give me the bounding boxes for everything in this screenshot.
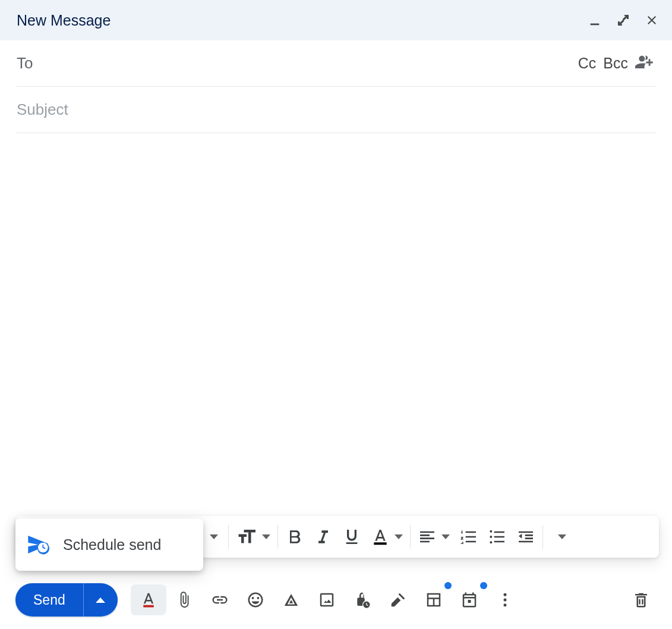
numbered-list-button[interactable] — [455, 523, 483, 551]
minimize-button[interactable] — [588, 13, 602, 27]
svg-rect-0 — [591, 24, 600, 26]
compose-header: New Message — [0, 0, 672, 40]
text-style-group — [280, 523, 408, 551]
compose-bottom-bar: Send — [0, 571, 672, 629]
chevron-down-icon — [441, 534, 450, 539]
select-contacts-button[interactable] — [635, 52, 655, 75]
underline-icon — [342, 527, 361, 546]
set-up-meeting-button[interactable] — [452, 584, 487, 615]
outdent-icon — [516, 527, 535, 546]
subject-row — [17, 87, 655, 133]
underline-button[interactable] — [337, 523, 366, 551]
attach-files-button[interactable] — [166, 584, 202, 615]
chevron-down-icon — [262, 534, 270, 539]
insert-link-button[interactable] — [202, 584, 238, 615]
text-format-icon — [140, 591, 157, 609]
chevron-down-icon — [558, 534, 566, 539]
window-controls — [588, 13, 659, 27]
more-options-icon — [496, 591, 514, 609]
svg-rect-1 — [374, 542, 386, 545]
bold-icon — [285, 527, 304, 546]
discard-draft-icon — [632, 591, 650, 609]
text-color-button[interactable] — [366, 523, 408, 551]
expand-button[interactable] — [616, 13, 630, 27]
attachment-icon — [175, 591, 193, 609]
text-color-icon — [371, 527, 390, 546]
outdent-button[interactable] — [512, 523, 540, 551]
notification-dot — [480, 582, 487, 589]
subject-input[interactable] — [17, 100, 655, 119]
svg-point-4 — [503, 599, 506, 602]
close-button[interactable] — [645, 13, 659, 27]
chevron-down-icon — [395, 534, 403, 539]
select-layout-button[interactable] — [416, 584, 452, 615]
drive-icon — [282, 591, 300, 609]
schedule-send-option[interactable]: Schedule send — [15, 518, 203, 571]
numbered-list-icon — [459, 527, 478, 546]
insert-signature-button[interactable] — [380, 584, 416, 615]
compose-fields: To Cc Bcc — [0, 40, 672, 133]
align-button[interactable] — [413, 523, 455, 551]
chevron-up-icon — [96, 597, 105, 603]
signature-icon — [389, 591, 407, 609]
insert-emoji-button[interactable] — [238, 584, 273, 615]
expand-icon — [616, 12, 630, 28]
bulleted-list-button[interactable] — [483, 523, 512, 551]
toggle-confidential-button[interactable] — [345, 584, 380, 615]
schedule-send-icon — [26, 533, 50, 556]
chevron-down-icon — [210, 534, 218, 539]
bottom-tools — [131, 584, 523, 615]
insert-drive-button[interactable] — [273, 584, 309, 615]
bulleted-list-icon — [488, 527, 507, 546]
schedule-send-label: Schedule send — [63, 536, 161, 553]
to-row[interactable]: To Cc Bcc — [17, 40, 655, 87]
confidential-mode-icon — [354, 591, 371, 609]
svg-rect-2 — [143, 605, 154, 608]
font-size-icon — [236, 526, 257, 548]
bold-button[interactable] — [280, 523, 309, 551]
link-icon — [211, 591, 229, 609]
send-button[interactable]: Send — [15, 583, 83, 617]
svg-point-5 — [503, 603, 506, 606]
calendar-icon — [460, 591, 478, 609]
add-contacts-icon — [635, 52, 655, 73]
cc-button[interactable]: Cc — [578, 55, 597, 72]
formatting-options-button[interactable] — [131, 584, 166, 615]
italic-button[interactable] — [309, 523, 337, 551]
emoji-icon — [247, 591, 264, 609]
compose-title: New Message — [17, 12, 111, 29]
select-layout-icon — [425, 591, 443, 609]
more-options-button[interactable] — [487, 584, 523, 615]
font-size-button[interactable] — [231, 523, 275, 551]
more-send-options-button[interactable] — [83, 583, 118, 617]
to-label: To — [17, 54, 33, 73]
align-icon — [418, 527, 437, 546]
minimize-icon — [588, 14, 601, 27]
notification-dot — [444, 582, 452, 589]
close-icon — [645, 12, 659, 28]
send-button-group: Send — [15, 583, 118, 617]
svg-point-3 — [503, 593, 506, 596]
bcc-button[interactable]: Bcc — [603, 55, 628, 72]
italic-icon — [314, 527, 333, 546]
insert-photo-button[interactable] — [309, 584, 345, 615]
discard-draft-button[interactable] — [623, 584, 659, 615]
paragraph-group — [413, 523, 540, 551]
more-formatting-button[interactable] — [545, 523, 574, 551]
image-icon — [318, 591, 336, 609]
